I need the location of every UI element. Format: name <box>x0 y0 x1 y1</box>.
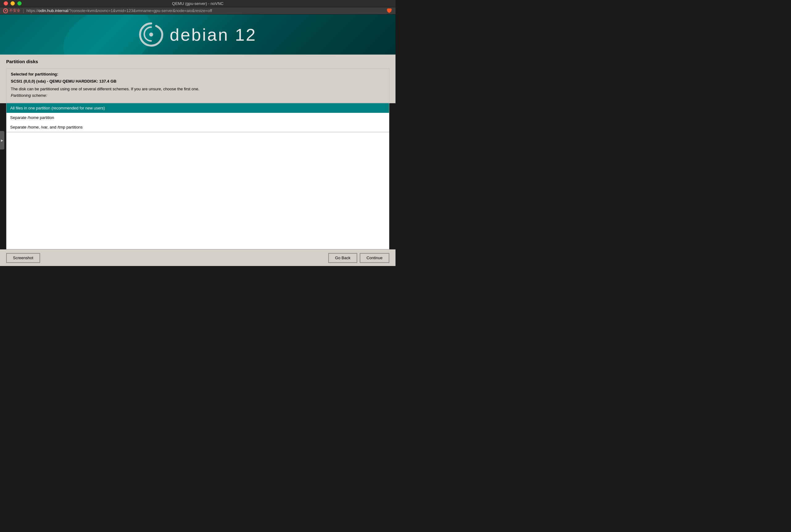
description-text: The disk can be partitioned using one of… <box>11 87 385 91</box>
window-title: QEMU (gpu-server) - noVNC <box>172 1 224 6</box>
svg-point-0 <box>149 33 153 37</box>
traffic-lights <box>4 1 22 5</box>
go-back-button[interactable]: Go Back <box>328 253 357 263</box>
debian-swirl-icon <box>139 22 164 47</box>
url-path: /?console=kvm&novnc=1&vmid=123&vmname=gp… <box>68 8 212 13</box>
warning-icon: ✕ <box>3 8 8 13</box>
maximize-button[interactable] <box>17 1 22 5</box>
close-button[interactable] <box>4 1 8 5</box>
debian-logo: debian 12 <box>139 22 257 47</box>
security-warning: ✕ 不安全 <box>3 8 20 13</box>
selected-label: Selected for partitioning: <box>11 72 385 76</box>
url-domain: odin.hub.internal <box>39 8 68 13</box>
scheme-label: Partitioning scheme: <box>11 93 385 98</box>
screenshot-button[interactable]: Screenshot <box>6 253 40 263</box>
page-title: Partition disks <box>6 59 389 64</box>
security-warning-text: 不安全 <box>9 8 20 13</box>
address-divider: | <box>23 8 24 13</box>
disk-info: SCSI1 (0,0,0) (sda) - QEMU QEMU HARDDISK… <box>11 79 385 83</box>
installer-header: Partition disks Selected for partitionin… <box>0 55 396 103</box>
minimize-button[interactable] <box>11 1 15 5</box>
bottom-bar: Screenshot Go Back Continue <box>0 249 396 266</box>
nav-buttons: Go Back Continue <box>328 253 389 263</box>
address-bar: ✕ 不安全 | https://odin.hub.internal/?conso… <box>0 7 396 15</box>
partition-option-0[interactable]: All files in one partition (recommended … <box>6 103 389 113</box>
novnc-side-handle[interactable]: ▶ <box>0 131 4 150</box>
address-url[interactable]: https://odin.hub.internal/?console=kvm&n… <box>26 8 384 13</box>
main-content-area <box>6 132 389 249</box>
partition-option-1[interactable]: Separate /home partition <box>6 113 389 122</box>
debian-title: debian 12 <box>170 25 257 45</box>
partition-list: All files in one partition (recommended … <box>6 103 389 132</box>
brave-icon <box>386 8 392 14</box>
debian-header: debian 12 <box>0 15 396 55</box>
vnc-body: ▶ debian 12 Partition disks Selected for… <box>0 15 396 266</box>
app-window: QEMU (gpu-server) - noVNC ✕ 不安全 | https:… <box>0 0 396 266</box>
title-bar: QEMU (gpu-server) - noVNC <box>0 0 396 7</box>
side-handle-arrow: ▶ <box>1 139 3 142</box>
url-protocol: https:// <box>26 8 39 13</box>
partition-option-2[interactable]: Separate /home, /var, and /tmp partition… <box>6 122 389 132</box>
continue-button[interactable]: Continue <box>360 253 389 263</box>
